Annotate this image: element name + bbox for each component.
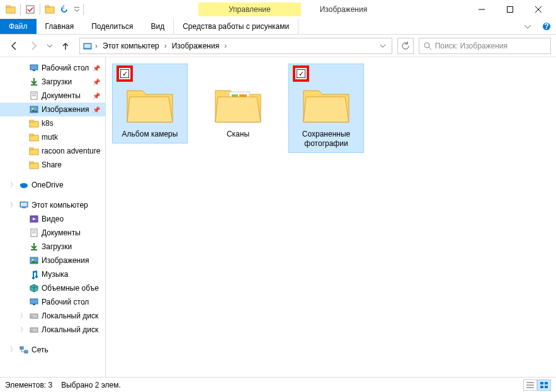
qat-dropdown-icon[interactable]	[73, 3, 81, 16]
tree-item-label: Музыка	[42, 270, 68, 279]
folder-icon	[123, 82, 176, 126]
tree-item[interactable]: racoon adventure	[0, 144, 105, 158]
tree-item-label: Этот компьютер	[31, 201, 88, 210]
svg-rect-50	[25, 350, 28, 353]
ribbon-expand-icon[interactable]	[518, 19, 537, 34]
tree-item-label: Объемные объе	[42, 284, 99, 293]
pin-icon: 📌	[93, 65, 103, 72]
tree-item[interactable]: Объемные объе	[0, 281, 105, 295]
ribbon-context-tab[interactable]: Управление	[198, 3, 301, 16]
tree-item-label: Сеть	[31, 345, 48, 354]
chevron-right-icon[interactable]: ›	[94, 42, 99, 50]
tab-file[interactable]: Файл	[0, 19, 37, 34]
tree-item-label: Документы	[42, 228, 81, 237]
pin-icon: 📌	[93, 92, 103, 99]
folder-item[interactable]: ✓Сохраненные фотографии	[288, 64, 364, 153]
tree-item[interactable]: 〉Локальный диск	[0, 309, 105, 323]
tab-picture-tools[interactable]: Средства работы с рисунками	[174, 19, 298, 34]
chevron-right-icon[interactable]: ›	[223, 42, 228, 50]
forward-button[interactable]	[25, 37, 43, 55]
content-area[interactable]: ✓Альбом камерыСканы✓Сохраненные фотограф…	[106, 57, 556, 377]
svg-rect-6	[507, 7, 513, 13]
tree-item[interactable]: 〉Этот компьютер	[0, 198, 105, 212]
search-box[interactable]	[419, 38, 551, 54]
undo-icon[interactable]	[58, 3, 72, 16]
breadcrumb-pictures[interactable]: Изображения	[169, 40, 222, 52]
expand-arrow-icon[interactable]: 〉	[10, 345, 16, 354]
folder-item[interactable]: Сканы	[200, 64, 276, 143]
network-icon	[19, 345, 29, 355]
tree-item[interactable]: 〉Сеть	[0, 343, 105, 357]
svg-rect-58	[545, 382, 548, 384]
tab-share[interactable]: Поделиться	[82, 19, 142, 34]
tree-item[interactable]: Рабочий стол	[0, 295, 105, 309]
selection-checkbox[interactable]: ✓	[120, 69, 129, 78]
tree-item[interactable]: Share	[0, 158, 105, 172]
music-icon	[29, 269, 39, 279]
folder-small-icon[interactable]	[43, 3, 57, 16]
svg-rect-59	[540, 386, 543, 388]
tab-home[interactable]: Главная	[37, 19, 83, 34]
tree-item-label: Share	[42, 160, 62, 169]
chevron-right-icon[interactable]: ›	[163, 42, 168, 50]
folder-icon	[300, 82, 353, 126]
window-title: Изображения	[320, 5, 367, 14]
svg-rect-35	[22, 207, 26, 208]
tree-item[interactable]: k8s	[0, 116, 105, 130]
pin-icon: 📌	[93, 79, 103, 86]
tree-item[interactable]: Изображения	[0, 254, 105, 267]
expand-arrow-icon[interactable]: 〉	[20, 325, 26, 334]
downloads-icon	[29, 242, 39, 252]
tree-item[interactable]: 〉OneDrive	[0, 178, 105, 192]
documents-icon	[29, 91, 39, 101]
expand-arrow-icon[interactable]: 〉	[10, 201, 16, 210]
desktop-icon	[29, 63, 39, 73]
help-icon[interactable]: ?	[537, 19, 556, 34]
selection-checkbox[interactable]: ✓	[297, 69, 305, 78]
search-icon	[423, 42, 431, 50]
status-selected-count: Выбрано 2 элем.	[61, 381, 121, 389]
properties-checkbox-icon[interactable]	[23, 3, 37, 16]
address-dropdown-icon[interactable]	[377, 38, 389, 53]
tree-item[interactable]: 〉Локальный диск	[0, 323, 105, 337]
tree-item-label: Рабочий стол	[42, 298, 89, 306]
expand-arrow-icon[interactable]: 〉	[10, 181, 16, 189]
breadcrumb-pc[interactable]: Этот компьютер	[100, 40, 162, 52]
svg-rect-45	[30, 314, 38, 318]
folder-icon	[29, 160, 39, 170]
close-button[interactable]	[524, 0, 552, 19]
svg-rect-47	[30, 328, 38, 332]
search-input[interactable]	[435, 42, 547, 50]
titlebar: Управление Изображения	[0, 0, 556, 19]
maximize-button[interactable]	[496, 0, 524, 19]
tree-item[interactable]: Документы📌	[0, 89, 105, 103]
tree-item[interactable]: Видео	[0, 212, 105, 226]
tree-item[interactable]: mutk	[0, 130, 105, 144]
folder-item[interactable]: ✓Альбом камеры	[112, 64, 188, 143]
tree-item[interactable]: Изображения📌	[0, 103, 105, 116]
tree-item-label: mutk	[42, 133, 58, 142]
address-bar[interactable]: › Этот компьютер › Изображения ›	[79, 38, 392, 54]
recent-dropdown-icon[interactable]	[45, 37, 54, 55]
tree-item-label: Изображения	[42, 256, 89, 265]
tree-item[interactable]: Музыка	[0, 267, 105, 281]
svg-text:?: ?	[544, 22, 548, 31]
icons-view-button[interactable]	[537, 379, 551, 391]
up-button[interactable]	[57, 37, 74, 55]
tree-item[interactable]: Документы	[0, 226, 105, 240]
folder-icon[interactable]	[4, 3, 18, 16]
refresh-button[interactable]	[397, 38, 414, 54]
back-button[interactable]	[5, 37, 23, 55]
minimize-button[interactable]	[467, 0, 496, 19]
tree-item-label: Загрузки	[42, 77, 72, 86]
videos-icon	[29, 214, 39, 224]
tree-item[interactable]: Загрузки	[0, 240, 105, 254]
tab-view[interactable]: Вид	[142, 19, 173, 34]
tree-item-label: OneDrive	[31, 181, 64, 189]
details-view-button[interactable]	[523, 379, 537, 391]
svg-rect-24	[30, 120, 33, 122]
svg-rect-4	[45, 6, 49, 8]
tree-item[interactable]: Загрузки📌	[0, 75, 105, 89]
tree-item[interactable]: Рабочий стол📌	[0, 61, 105, 75]
expand-arrow-icon[interactable]: 〉	[20, 311, 26, 320]
